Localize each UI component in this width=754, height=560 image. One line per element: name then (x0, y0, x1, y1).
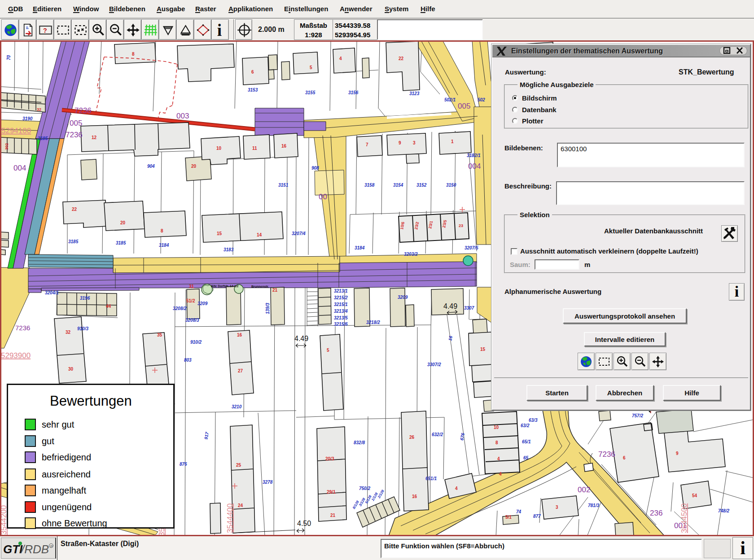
svg-text:16: 16 (447, 335, 453, 341)
svg-text:3213/1: 3213/1 (334, 289, 348, 293)
svg-text:24: 24 (238, 503, 243, 508)
svg-text:651/1: 651/1 (425, 476, 437, 481)
svg-text:4: 4 (497, 456, 500, 461)
svg-text:27: 27 (238, 368, 243, 373)
svg-text:65: 65 (523, 455, 529, 460)
svg-text:236: 236 (650, 509, 662, 517)
svg-text:i: i (217, 22, 222, 38)
svg-text:22: 22 (72, 207, 77, 212)
svg-text:3190: 3190 (22, 116, 33, 121)
svg-text:917: 917 (203, 432, 210, 440)
svg-text:11: 11 (252, 146, 257, 151)
svg-text:26: 26 (409, 435, 415, 440)
svg-text:3184: 3184 (355, 245, 365, 250)
svg-text:757/2: 757/2 (632, 413, 643, 418)
svg-text:3213/5: 3213/5 (334, 315, 348, 320)
svg-text:12: 12 (92, 135, 97, 140)
svg-text:7236: 7236 (598, 450, 615, 459)
svg-text:3203/2: 3203/2 (404, 252, 418, 257)
svg-text:?: ? (43, 27, 47, 34)
svg-text:904: 904 (147, 164, 155, 169)
svg-text:21: 21 (272, 288, 278, 293)
svg-text:44: 44 (106, 304, 111, 309)
svg-text:16: 16 (281, 144, 287, 149)
svg-text:3215/6: 3215/6 (334, 322, 348, 327)
svg-text:005: 005 (458, 102, 470, 110)
svg-text:8: 8 (495, 440, 498, 445)
svg-text:5: 5 (327, 348, 329, 353)
svg-text:3307: 3307 (464, 306, 474, 311)
svg-text:4.49: 4.49 (294, 335, 308, 342)
svg-text:6: 6 (623, 455, 626, 460)
svg-text:32: 32 (37, 107, 41, 112)
svg-text:002: 002 (578, 486, 590, 494)
svg-text:3183: 3183 (224, 247, 234, 252)
svg-text:Alte Dorfstr. 14 1/2: Alte Dorfstr. 14 1/2 (211, 284, 239, 288)
svg-text:14: 14 (257, 232, 262, 237)
svg-text:4.50: 4.50 (297, 520, 311, 527)
svg-text:3185: 3185 (116, 241, 126, 245)
svg-text:3215/2: 3215/2 (334, 295, 348, 300)
svg-text:781/3: 781/3 (588, 503, 599, 508)
svg-text:7236: 7236 (66, 131, 83, 139)
svg-text:9: 9 (399, 140, 401, 145)
svg-text:005: 005 (70, 119, 82, 127)
svg-text:3209: 3209 (197, 301, 208, 306)
svg-text:4: 4 (455, 486, 458, 491)
svg-text:9: 9 (676, 451, 679, 456)
svg-text:15: 15 (217, 231, 222, 236)
svg-text:63/2: 63/2 (521, 423, 530, 428)
svg-text:23: 23 (459, 223, 463, 228)
svg-text:3156: 3156 (348, 90, 359, 95)
svg-text:3544400: 3544400 (226, 503, 234, 533)
svg-text:22: 22 (399, 56, 404, 61)
svg-text:8: 8 (161, 228, 163, 233)
svg-text:302: 302 (4, 143, 9, 150)
svg-text:/RDB: /RDB (20, 542, 49, 556)
svg-text:3196: 3196 (80, 296, 90, 301)
svg-text:7236: 7236 (75, 106, 92, 115)
svg-text:502: 502 (478, 97, 485, 102)
svg-text:004: 004 (468, 162, 481, 171)
svg-text:65/1: 65/1 (522, 439, 531, 444)
svg-text:3207/5: 3207/5 (465, 245, 478, 250)
svg-text:70: 70 (6, 55, 11, 60)
svg-text:7236: 7236 (15, 324, 30, 332)
svg-text:3152: 3152 (416, 183, 427, 188)
svg-text:3155: 3155 (305, 90, 316, 95)
svg-text:29/1: 29/1 (327, 490, 336, 494)
svg-text:5: 5 (310, 65, 312, 70)
svg-text:5/1: 5/1 (505, 515, 512, 520)
svg-text:20: 20 (120, 220, 126, 225)
svg-text:25: 25 (236, 463, 241, 468)
svg-text:3278: 3278 (263, 480, 273, 485)
svg-text:16: 16 (237, 332, 242, 337)
svg-text:3184: 3184 (159, 243, 169, 248)
svg-text:908: 908 (311, 166, 319, 171)
svg-text:3: 3 (556, 505, 558, 510)
svg-text:4.49: 4.49 (443, 302, 457, 310)
svg-text:63/3: 63/3 (529, 418, 538, 423)
svg-text:5294100: 5294100 (1, 127, 31, 135)
svg-text:20/3: 20/3 (325, 456, 334, 461)
svg-text:3185: 3185 (38, 136, 48, 141)
svg-text:003: 003 (176, 112, 189, 120)
svg-text:8: 8 (132, 52, 135, 57)
svg-text:35: 35 (157, 332, 162, 337)
svg-text:32: 32 (66, 330, 71, 335)
svg-text:1: 1 (451, 139, 454, 144)
svg-text:3204/1: 3204/1 (45, 290, 59, 295)
svg-text:750/2: 750/2 (359, 486, 370, 491)
svg-text:3151: 3151 (278, 183, 289, 188)
svg-text:3213/4: 3213/4 (334, 309, 348, 314)
svg-text:51/2: 51/2 (186, 298, 195, 303)
svg-text:4: 4 (339, 56, 342, 61)
svg-text:910/2: 910/2 (190, 340, 202, 345)
svg-text:3154: 3154 (393, 183, 403, 188)
svg-text:3215/1: 3215/1 (334, 302, 348, 307)
svg-text:3182/1: 3182/1 (467, 153, 481, 158)
svg-text:3209: 3209 (398, 295, 408, 300)
svg-text:4: 4 (499, 472, 502, 477)
svg-text:54: 54 (692, 493, 697, 498)
svg-text:16: 16 (412, 494, 417, 499)
